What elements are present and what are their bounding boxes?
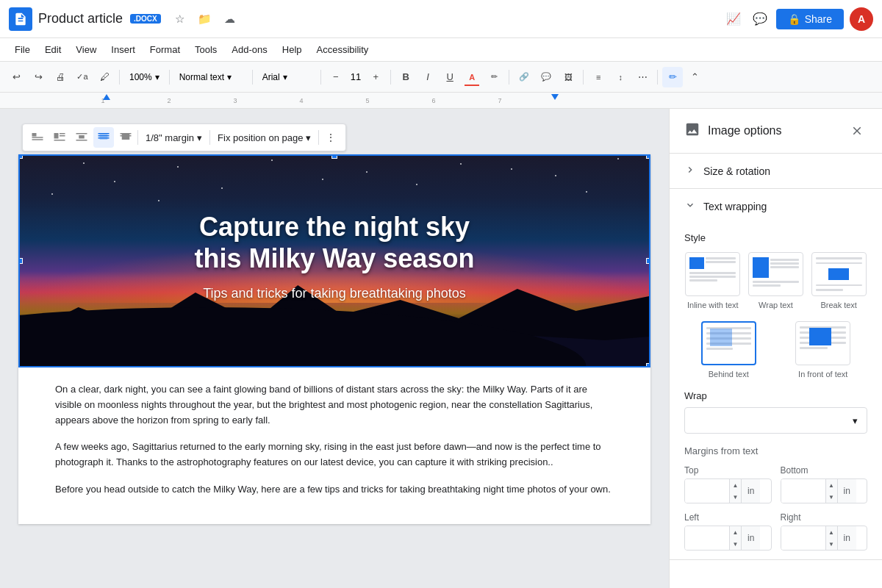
position-label: Fix position on page xyxy=(218,132,303,143)
menu-accessibility[interactable]: Accessibility xyxy=(311,41,375,58)
more-button[interactable]: ⋯ xyxy=(632,67,653,87)
redo-button[interactable]: ↪ xyxy=(28,67,49,87)
style-behind[interactable]: Behind text xyxy=(684,321,773,379)
text-wrapping-title: Text wrapping xyxy=(703,201,767,212)
margin-top-decrement[interactable]: ▼ xyxy=(729,491,741,503)
toolbar: ↩ ↪ 🖨 ✓a 🖊 100% ▾ Normal text ▾ Arial ▾ … xyxy=(0,62,882,93)
style-inline[interactable]: Inline with text xyxy=(684,252,742,309)
handle-bottom-left[interactable] xyxy=(18,363,23,368)
image-toolbar-inner: 1/8" margin ▾ Fix position on page ▾ ⋮ xyxy=(22,123,346,151)
handle-top-mid[interactable] xyxy=(331,154,337,159)
margin-select[interactable]: 1/8" margin ▾ xyxy=(140,129,208,146)
style-grid-row1: Inline with text xyxy=(684,252,867,309)
share-label: Share xyxy=(805,13,832,25)
handle-mid-left[interactable] xyxy=(18,258,23,264)
img-toolbar-divider-2 xyxy=(209,130,210,145)
handle-bottom-right[interactable] xyxy=(646,363,650,368)
style-chevron-icon: ▾ xyxy=(227,72,232,82)
font-size-decrease-button[interactable]: − xyxy=(326,67,346,87)
doc-badge: .DOCX xyxy=(130,14,161,24)
handle-top-left[interactable] xyxy=(18,154,23,159)
menu-file[interactable]: File xyxy=(9,41,36,58)
margin-chevron-icon: ▾ xyxy=(197,132,202,143)
margin-top-increment[interactable]: ▲ xyxy=(729,479,741,491)
style-infront[interactable]: In front of text xyxy=(779,321,868,379)
analytics-icon[interactable]: 📈 xyxy=(723,9,744,29)
margin-top-input[interactable] xyxy=(685,479,729,503)
wrap-around-button[interactable] xyxy=(49,127,70,148)
style-break[interactable]: Break text xyxy=(810,252,867,309)
menu-edit[interactable]: Edit xyxy=(39,41,67,58)
expand-button[interactable]: ⌃ xyxy=(684,67,705,87)
menu-addons[interactable]: Add-ons xyxy=(226,41,273,58)
underline-button[interactable]: U xyxy=(440,67,460,87)
comments-icon[interactable]: 💬 xyxy=(750,9,770,29)
wrap-behind-button[interactable] xyxy=(93,127,114,148)
wrap-dropdown[interactable]: ▾ xyxy=(684,407,867,434)
handle-bottom-mid[interactable] xyxy=(331,363,337,368)
share-button[interactable]: 🔒 Share xyxy=(776,9,844,29)
margin-right-increment[interactable]: ▲ xyxy=(825,526,837,538)
margin-left-input[interactable] xyxy=(685,526,729,550)
link-button[interactable]: 🔗 xyxy=(514,67,534,87)
menu-view[interactable]: View xyxy=(70,41,102,58)
margin-bottom-unit: in xyxy=(837,479,856,503)
folder-icon[interactable]: 📁 xyxy=(195,9,215,29)
svg-text:3: 3 xyxy=(233,97,237,104)
pencil-mode-button[interactable]: ✏ xyxy=(662,67,683,87)
hero-image[interactable]: Capture the night sky this Milky Way sea… xyxy=(18,154,650,368)
menu-tools[interactable]: Tools xyxy=(189,41,223,58)
style-select[interactable]: Normal text ▾ xyxy=(174,67,248,87)
position-select[interactable]: Fix position on page ▾ xyxy=(212,129,317,146)
text-wrapping-header[interactable]: Text wrapping xyxy=(670,189,882,223)
ruler-svg: 1 2 3 4 5 6 7 xyxy=(0,93,662,109)
text-color-button[interactable]: A xyxy=(462,67,482,87)
margin-bottom-decrement[interactable]: ▼ xyxy=(825,491,837,503)
line-spacing-button[interactable]: ↕ xyxy=(610,67,631,87)
panel-close-button[interactable] xyxy=(847,121,867,141)
handle-top-right[interactable] xyxy=(646,154,650,159)
user-avatar[interactable]: A xyxy=(850,7,873,31)
svg-text:7: 7 xyxy=(498,97,501,104)
print-button[interactable]: 🖨 xyxy=(50,67,71,87)
zoom-select[interactable]: 100% ▾ xyxy=(124,67,165,87)
undo-button[interactable]: ↩ xyxy=(6,67,26,87)
menu-insert[interactable]: Insert xyxy=(105,41,141,58)
svg-rect-15 xyxy=(60,135,65,137)
align-button[interactable]: ≡ xyxy=(588,67,609,87)
bold-button[interactable]: B xyxy=(395,67,416,87)
divider-6 xyxy=(509,70,509,85)
handle-mid-right[interactable] xyxy=(646,258,650,264)
more-image-options-button[interactable]: ⋮ xyxy=(320,127,341,148)
margin-bottom-label: Bottom xyxy=(781,465,868,476)
wrap-inline-button[interactable] xyxy=(27,127,48,148)
paint-format-button[interactable]: 🖊 xyxy=(94,67,115,87)
svg-rect-18 xyxy=(79,135,85,139)
wrap-front-button[interactable] xyxy=(115,127,136,148)
margin-bottom-increment[interactable]: ▲ xyxy=(825,479,837,491)
spellcheck-button[interactable]: ✓a xyxy=(72,67,93,87)
size-rotation-title: Size & rotation xyxy=(703,165,770,177)
font-select[interactable]: Arial ▾ xyxy=(257,67,316,87)
margin-left-increment[interactable]: ▲ xyxy=(729,526,741,538)
image-button[interactable]: 🖼 xyxy=(558,67,578,87)
star-icon[interactable]: ☆ xyxy=(170,9,190,29)
margin-right-decrement[interactable]: ▼ xyxy=(825,538,837,550)
italic-button[interactable]: I xyxy=(417,67,438,87)
font-size-increase-button[interactable]: + xyxy=(365,67,386,87)
style-wrap[interactable]: Wrap text xyxy=(747,252,805,309)
svg-text:5: 5 xyxy=(365,97,369,104)
comment-button[interactable]: 💬 xyxy=(536,67,556,87)
wrap-break-button[interactable] xyxy=(71,127,92,148)
doc-title[interactable]: Product article xyxy=(38,11,123,26)
margin-bottom-input[interactable] xyxy=(781,479,825,503)
highlight-button[interactable]: ✏ xyxy=(484,67,504,87)
text-wrapping-chevron-icon xyxy=(684,199,696,213)
margin-left-decrement[interactable]: ▼ xyxy=(729,538,741,550)
margin-right-input[interactable] xyxy=(781,526,825,550)
menu-format[interactable]: Format xyxy=(144,41,186,58)
margin-right-input-row: ▲ ▼ in xyxy=(781,526,868,551)
size-rotation-header[interactable]: Size & rotation xyxy=(670,154,882,188)
menu-help[interactable]: Help xyxy=(276,41,308,58)
cloud-icon[interactable]: ☁ xyxy=(220,9,240,29)
